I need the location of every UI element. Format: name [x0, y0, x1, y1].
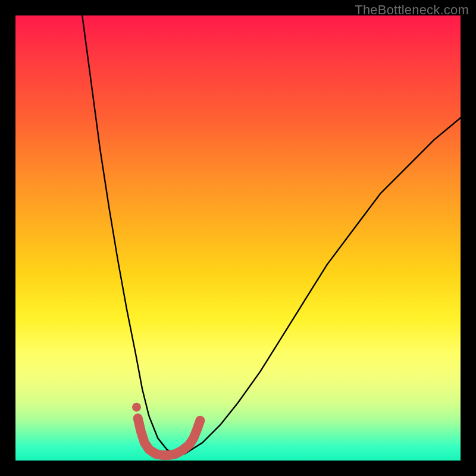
watermark-text: TheBottleneck.com	[355, 2, 469, 18]
chart-frame: TheBottleneck.com	[0, 0, 476, 476]
curve-layer	[15, 15, 461, 461]
red-marker-dot	[132, 403, 141, 412]
black-curve	[82, 15, 461, 455]
